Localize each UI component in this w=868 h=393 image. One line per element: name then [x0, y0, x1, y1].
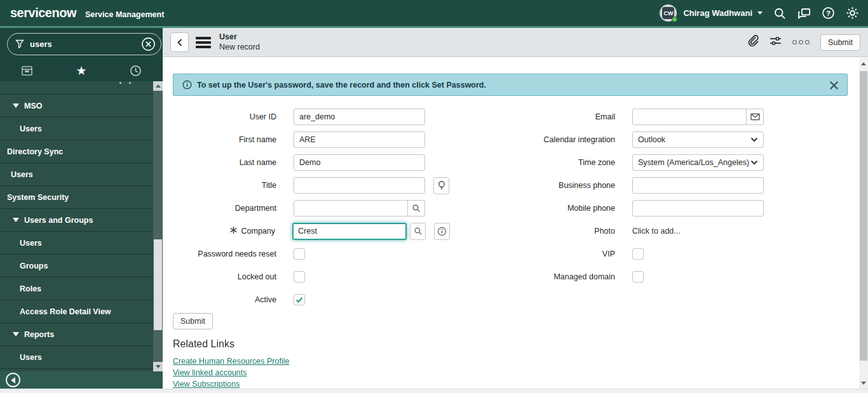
- password-needs-reset-label: Password needs reset: [173, 250, 276, 258]
- global-search-icon[interactable]: [773, 6, 787, 20]
- password-needs-reset-checkbox[interactable]: [294, 248, 305, 260]
- form-title: User: [219, 32, 260, 43]
- related-link-view-subscriptions[interactable]: View Subscriptions: [173, 380, 859, 389]
- field-row-email: Email: [502, 105, 769, 128]
- chevron-down-icon[interactable]: [757, 11, 763, 15]
- related-link-create-hr-profile[interactable]: Create Human Resources Profile: [173, 357, 859, 366]
- search-icon: [412, 204, 421, 213]
- clock-icon: [130, 65, 142, 77]
- company-lookup-button[interactable]: [410, 223, 426, 240]
- back-button[interactable]: [170, 32, 189, 52]
- connect-chat-icon[interactable]: [797, 6, 811, 20]
- locked-out-checkbox[interactable]: [294, 271, 305, 283]
- title-label: Title: [173, 181, 276, 190]
- presence-dot-icon: [672, 17, 677, 22]
- calendar-integration-select[interactable]: Outlook: [632, 131, 764, 148]
- department-lookup-button[interactable]: [407, 201, 424, 216]
- close-banner-icon[interactable]: [829, 80, 839, 91]
- navigator-results: MSO Users Directory Sync Users System Se…: [0, 81, 163, 371]
- servicenow-app: servicenow Service Management CW Chirag …: [0, 0, 868, 393]
- personalize-form-icon[interactable]: [770, 35, 782, 50]
- sidebar-item-access-role-detail-view[interactable]: Access Role Detail View: [0, 300, 163, 323]
- field-row-managed-domain: Managed domain: [502, 265, 769, 288]
- navigator-footer: [0, 371, 163, 389]
- gear-icon[interactable]: [845, 6, 859, 20]
- photo-add-link[interactable]: Click to add...: [632, 227, 681, 236]
- info-icon: [182, 80, 192, 90]
- first-name-input[interactable]: [294, 131, 425, 148]
- horizontal-scrollbar-track[interactable]: [0, 389, 868, 393]
- sidebar-item-users-and-groups[interactable]: Users and Groups: [0, 209, 163, 232]
- company-input[interactable]: [292, 223, 407, 240]
- main-content: User New record Submit To set up t: [163, 28, 868, 389]
- navigator-filter: [0, 28, 163, 60]
- avatar[interactable]: CW: [660, 4, 677, 22]
- sidebar-item-users[interactable]: Users: [0, 163, 163, 186]
- scroll-up-icon[interactable]: [153, 81, 163, 91]
- info-banner: To set up the User's password, save the …: [173, 74, 848, 96]
- user-menu[interactable]: Chirag Wadhwani: [683, 8, 752, 18]
- suggestion-button[interactable]: [433, 177, 449, 194]
- svg-text:?: ?: [825, 9, 830, 17]
- vip-label: VIP: [502, 250, 615, 258]
- form-title-block: User New record: [219, 32, 260, 52]
- sidebar-item-system-security[interactable]: System Security: [0, 186, 163, 209]
- scroll-down-icon[interactable]: [153, 362, 163, 371]
- info-circle-icon: [437, 227, 447, 236]
- field-row-time-zone: Time zone System (America/Los_Angeles): [502, 151, 769, 174]
- sidebar-item-roles[interactable]: Roles: [0, 277, 163, 300]
- brand: servicenow Service Management: [10, 6, 164, 20]
- related-link-view-linked-accounts[interactable]: View linked accounts: [173, 368, 859, 377]
- paperclip-icon[interactable]: [747, 35, 759, 50]
- partial-text-dot: [119, 82, 121, 84]
- submit-button-bottom[interactable]: Submit: [173, 313, 213, 330]
- search-icon: [414, 227, 423, 236]
- main-scrollbar[interactable]: [859, 58, 868, 389]
- active-checkbox[interactable]: [294, 294, 305, 305]
- help-icon[interactable]: ?: [821, 6, 835, 20]
- clear-filter-icon[interactable]: [141, 37, 156, 51]
- collapse-sidebar-button[interactable]: [6, 373, 20, 387]
- email-button[interactable]: [746, 109, 763, 124]
- chevron-down-icon: [13, 332, 19, 336]
- more-options-icon[interactable]: [792, 40, 810, 44]
- chevron-down-icon: [750, 137, 758, 142]
- last-name-input[interactable]: [294, 154, 425, 171]
- email-input[interactable]: [633, 109, 746, 124]
- email-field-group: [632, 109, 764, 125]
- time-zone-select[interactable]: System (America/Los_Angeles): [632, 154, 764, 171]
- managed-domain-checkbox[interactable]: [632, 271, 644, 283]
- business-phone-input[interactable]: [632, 177, 764, 194]
- scrollbar-thumb[interactable]: [154, 239, 162, 330]
- department-input[interactable]: [294, 201, 407, 216]
- sidebar-scrollbar[interactable]: [153, 81, 163, 371]
- mobile-phone-input[interactable]: [632, 200, 764, 216]
- partial-text-dot: [129, 82, 131, 84]
- form-context-menu-icon[interactable]: [196, 37, 211, 48]
- envelope-icon: [750, 113, 760, 121]
- sidebar-item-groups[interactable]: Groups: [0, 255, 163, 277]
- sidebar-item-reports[interactable]: Reports: [0, 323, 163, 346]
- sidebar-item-mso[interactable]: MSO: [0, 95, 163, 117]
- sidebar-item-users[interactable]: Users: [0, 232, 163, 255]
- user-id-input[interactable]: [294, 109, 425, 125]
- archive-box-icon: [21, 65, 33, 76]
- banner-message: To set up the User's password, save the …: [197, 81, 486, 90]
- navigator-filter-input[interactable]: [30, 39, 141, 49]
- sidebar-item-users[interactable]: Users: [0, 346, 163, 369]
- field-row-locked-out: Locked out: [173, 265, 450, 288]
- sidebar-item-users[interactable]: Users: [0, 117, 163, 140]
- vip-checkbox[interactable]: [632, 248, 644, 260]
- sidebar-item-directory-sync[interactable]: Directory Sync: [0, 140, 163, 163]
- scroll-up-icon[interactable]: [859, 59, 868, 68]
- title-input[interactable]: [294, 177, 425, 194]
- scroll-down-icon[interactable]: [859, 378, 868, 387]
- tab-history[interactable]: [109, 60, 163, 81]
- submit-button-header[interactable]: Submit: [820, 34, 860, 51]
- tab-favorites[interactable]: ★: [54, 60, 108, 81]
- scrollbar-thumb[interactable]: [860, 71, 867, 361]
- tab-all-applications[interactable]: [0, 60, 54, 81]
- related-links-section: Related Links Create Human Resources Pro…: [173, 338, 859, 389]
- company-preview-button[interactable]: [434, 223, 450, 240]
- field-row-photo: Photo Click to add...: [502, 220, 769, 243]
